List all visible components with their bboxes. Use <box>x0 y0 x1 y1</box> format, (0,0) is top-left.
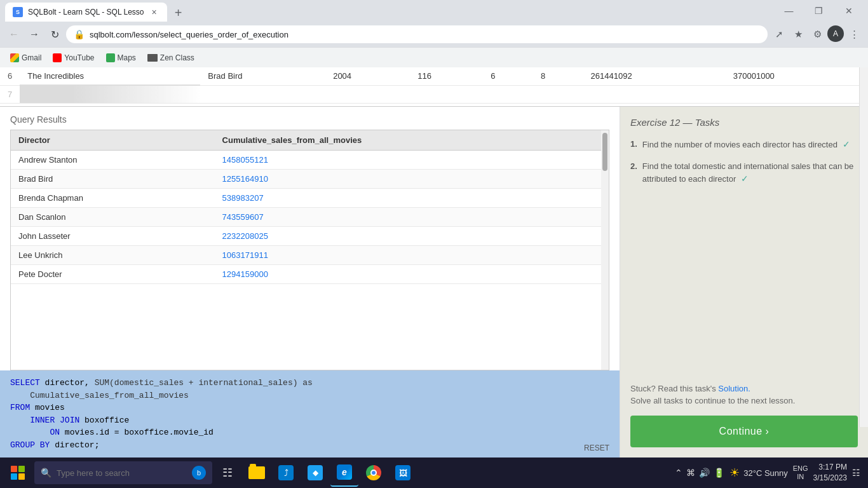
sql-line-4: INNER JOIN boxoffice <box>10 414 609 427</box>
top-table-area: 6 The Incredibles Brad Bird 2004 116 6 8… <box>0 67 868 107</box>
bookmark-button[interactable]: ★ <box>789 25 807 43</box>
more-button[interactable]: ⋮ <box>845 25 863 43</box>
bookmark-gmail[interactable]: Gmail <box>5 50 46 65</box>
tray-battery-icon[interactable]: 🔋 <box>714 468 724 478</box>
cortana-button[interactable]: b <box>192 466 206 480</box>
taskbar-vscode[interactable]: ⤴ <box>272 459 300 487</box>
table-row: Lee Unkrich 1063171911 <box>11 245 609 264</box>
tab-title: SQLBolt - Learn SQL - SQL Lesso <box>28 8 144 17</box>
sql-editor[interactable]: SELECT director, SUM(domestic_sales + in… <box>0 370 620 458</box>
zen-favicon <box>147 54 158 62</box>
bookmark-youtube-label: YouTube <box>64 53 94 62</box>
tab-favicon: S <box>13 7 23 17</box>
tray-volume-icon[interactable]: 🔊 <box>699 468 710 478</box>
tab-close-button[interactable]: × <box>149 7 159 17</box>
table-row: Brenda Chapman 538983207 <box>11 188 609 207</box>
sql-line-5: ON movies.id = boxoffice.movie_id <box>10 426 609 439</box>
lock-icon: 🔒 <box>74 29 85 39</box>
query-results-label: Query Results <box>0 107 620 130</box>
right-panel: Exercise 12 — Tasks 1. Find the number o… <box>620 107 868 458</box>
reset-button[interactable]: RESET <box>584 444 609 452</box>
bookmark-maps[interactable]: Maps <box>101 50 141 65</box>
movie-r1: 6 <box>483 67 533 85</box>
director-name: Dan Scanlon <box>11 207 215 226</box>
continue-button[interactable]: Continue › <box>630 416 858 447</box>
table-row: Andrew Stanton 1458055121 <box>11 150 609 169</box>
weather-widget: ☀ 32°C Sunny <box>729 466 788 480</box>
win-logo-blue <box>11 473 17 480</box>
start-button[interactable] <box>3 458 33 488</box>
task-item-2: 2. Find the total domestic and internati… <box>630 160 858 186</box>
windows-logo <box>11 466 25 480</box>
sql-line-1: SELECT director, SUM(domestic_sales + in… <box>10 377 609 390</box>
system-clock[interactable]: 3:17 PM 3/15/2023 <box>813 462 847 484</box>
taskbar-gallery[interactable]: 🖼 <box>389 459 417 487</box>
task-list: 1. Find the number of movies each direct… <box>630 138 858 195</box>
scrollbar-thumb[interactable] <box>602 133 607 171</box>
clock-time: 3:17 PM <box>813 462 847 473</box>
search-input[interactable] <box>57 468 187 478</box>
movie-international: 370001000 <box>726 67 868 85</box>
tray-chevron-icon[interactable]: ⌃ <box>675 468 682 478</box>
sql-line-3: FROM movies <box>10 402 609 414</box>
task-num-1: 1. <box>630 138 637 151</box>
task-view-icon: ☷ <box>220 465 235 480</box>
col-director: Director <box>11 130 215 151</box>
director-name: John Lasseter <box>11 226 215 245</box>
close-button[interactable]: ✕ <box>834 0 863 22</box>
address-text: sqlbolt.com/lesson/select_queries_order_… <box>90 30 760 39</box>
address-bar[interactable]: 🔒 sqlbolt.com/lesson/select_queries_orde… <box>66 25 768 43</box>
maximize-button[interactable]: ❐ <box>804 0 833 22</box>
bookmark-zen-label: Zen Class <box>160 53 194 62</box>
taskbar-search[interactable]: 🔍 b <box>34 461 212 484</box>
notification-icon[interactable]: ☷ <box>852 468 860 478</box>
exercise-title: Exercise 12 — Tasks <box>630 117 858 128</box>
profile-button[interactable]: A <box>827 25 844 42</box>
language-indicator[interactable]: ENGIN <box>793 464 808 481</box>
win-logo-green <box>18 466 25 472</box>
clock-date: 3/15/2023 <box>813 473 847 484</box>
director-name: Andrew Stanton <box>11 150 215 169</box>
col-sales: Cumulative_sales_from_all_movies <box>215 130 609 151</box>
sales-value: 1063171911 <box>215 245 609 264</box>
page-content: 6 The Incredibles Brad Bird 2004 116 6 8… <box>0 67 868 458</box>
tray-icons: ⌃ ⌘ 🔊 🔋 <box>675 468 724 478</box>
chrome-icon <box>366 465 381 480</box>
page-scrollbar[interactable] <box>859 67 868 427</box>
director-name: Lee Unkrich <box>11 245 215 264</box>
sales-value: 2232208025 <box>215 226 609 245</box>
taskbar-file-explorer[interactable] <box>243 459 271 487</box>
movie-runtime: 116 <box>410 67 483 85</box>
share-button[interactable]: ➚ <box>770 25 788 43</box>
extension-button[interactable]: ⚙ <box>808 25 826 43</box>
task-num-2: 2. <box>630 160 637 173</box>
bookmark-youtube[interactable]: YouTube <box>48 50 99 65</box>
minimize-button[interactable]: — <box>775 0 803 22</box>
win-logo-red <box>11 466 17 472</box>
reload-button[interactable]: ↻ <box>46 25 64 43</box>
sales-value: 538983207 <box>215 188 609 207</box>
gallery-icon: 🖼 <box>395 465 410 480</box>
sales-value: 1458055121 <box>215 150 609 169</box>
taskbar-edge[interactable]: e <box>330 459 358 487</box>
table-row: 6 The Incredibles Brad Bird 2004 116 6 8… <box>0 67 868 85</box>
tray-network-icon[interactable]: ⌘ <box>686 468 695 478</box>
table-header-row: Director Cumulative_sales_from_all_movie… <box>11 130 609 151</box>
table-row: Brad Bird 1255164910 <box>11 169 609 188</box>
movie-domestic: 261441092 <box>583 67 726 85</box>
bookmark-zen[interactable]: Zen Class <box>142 50 200 65</box>
task-text-2: Find the total domestic and internationa… <box>642 160 858 186</box>
sales-value: 1294159000 <box>215 264 609 283</box>
solution-link[interactable]: Solution. <box>718 384 750 393</box>
active-tab[interactable]: S SQLBolt - Learn SQL - SQL Lesso × <box>5 3 167 22</box>
taskbar-chrome[interactable] <box>360 459 388 487</box>
taskbar-task-view[interactable]: ☷ <box>214 459 241 487</box>
address-bar-actions: ➚ ★ ⚙ A ⋮ <box>770 25 863 43</box>
back-button[interactable]: ← <box>5 25 23 43</box>
new-tab-button[interactable]: + <box>170 4 187 22</box>
forward-button[interactable]: → <box>25 25 43 43</box>
movie-r2: 8 <box>533 67 583 85</box>
youtube-favicon <box>53 53 62 62</box>
taskbar-pwa[interactable]: ◆ <box>301 459 329 487</box>
results-scrollbar[interactable] <box>601 130 609 370</box>
